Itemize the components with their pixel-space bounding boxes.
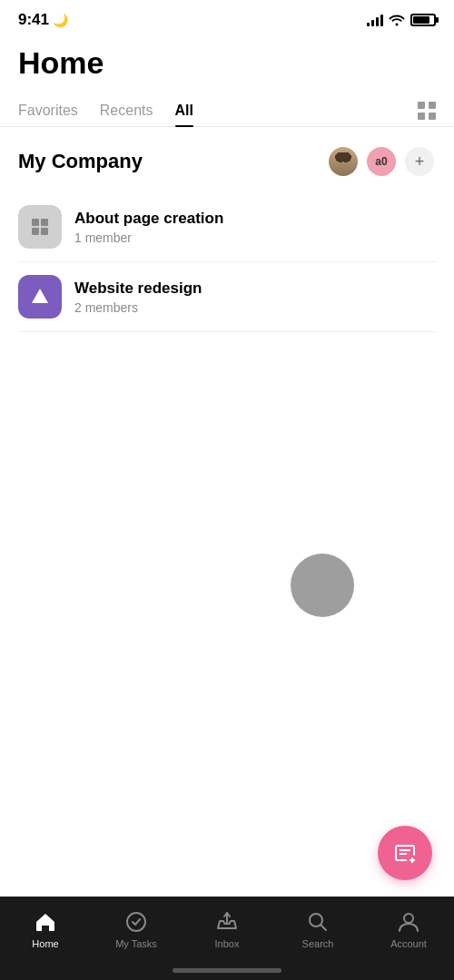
nav-item-inbox[interactable]: Inbox bbox=[191, 906, 263, 953]
nav-label-search: Search bbox=[302, 938, 334, 949]
tab-favorites[interactable]: Favorites bbox=[18, 95, 78, 126]
status-bar: 9:41 🌙 bbox=[0, 0, 454, 36]
svg-marker-4 bbox=[32, 289, 48, 303]
project-icon-about bbox=[18, 205, 62, 249]
nav-label-home: Home bbox=[32, 938, 58, 949]
company-members: a0 + bbox=[327, 145, 436, 178]
svg-rect-3 bbox=[41, 228, 48, 235]
battery-icon bbox=[410, 14, 436, 26]
project-members-count: 1 member bbox=[74, 230, 436, 245]
nav-item-home[interactable]: Home bbox=[9, 906, 82, 953]
member-avatar-photo bbox=[327, 145, 360, 178]
wifi-icon bbox=[389, 14, 405, 26]
main-content: My Company a0 + About p bbox=[0, 127, 454, 332]
tab-all[interactable]: All bbox=[175, 95, 193, 126]
tasks-icon bbox=[123, 909, 149, 935]
project-icon-website bbox=[18, 275, 62, 318]
status-time: 9:41 bbox=[18, 11, 49, 29]
tabs-bar: Favorites Recents All bbox=[0, 95, 454, 127]
decoration-circle bbox=[291, 554, 354, 617]
nav-items: Home My Tasks Inbox bbox=[0, 906, 454, 953]
tab-recents[interactable]: Recents bbox=[100, 95, 153, 126]
project-item[interactable]: Website redesign 2 members bbox=[18, 262, 436, 332]
project-members-count: 2 members bbox=[74, 300, 436, 315]
create-task-fab[interactable] bbox=[378, 826, 432, 880]
home-icon bbox=[33, 909, 58, 935]
signal-icon bbox=[367, 14, 383, 26]
nav-label-inbox: Inbox bbox=[215, 938, 240, 949]
home-indicator bbox=[173, 968, 281, 973]
project-info-about: About page creation 1 member bbox=[74, 210, 436, 245]
svg-rect-1 bbox=[41, 219, 48, 226]
project-info-website: Website redesign 2 members bbox=[74, 279, 436, 315]
svg-point-11 bbox=[127, 913, 145, 931]
company-name: My Company bbox=[18, 150, 143, 173]
nav-label-account: Account bbox=[390, 938, 427, 949]
project-list: About page creation 1 member Website red… bbox=[18, 192, 436, 332]
search-icon bbox=[305, 909, 331, 935]
project-name: About page creation bbox=[74, 210, 436, 228]
bottom-nav: Home My Tasks Inbox bbox=[0, 897, 454, 980]
svg-point-14 bbox=[404, 914, 413, 923]
project-item[interactable]: About page creation 1 member bbox=[18, 192, 436, 262]
nav-label-mytasks: My Tasks bbox=[115, 938, 157, 949]
project-name: Website redesign bbox=[74, 279, 436, 298]
add-member-button[interactable]: + bbox=[403, 145, 436, 178]
member-avatar-placeholder: a0 bbox=[365, 145, 398, 178]
svg-rect-0 bbox=[32, 219, 39, 226]
nav-item-mytasks[interactable]: My Tasks bbox=[100, 906, 173, 953]
header: Home bbox=[0, 36, 454, 81]
nav-item-search[interactable]: Search bbox=[281, 906, 354, 953]
account-icon bbox=[396, 909, 421, 935]
moon-icon: 🌙 bbox=[53, 13, 68, 27]
status-icons bbox=[367, 14, 436, 26]
fab-icon bbox=[392, 840, 418, 866]
grid-view-icon[interactable] bbox=[418, 102, 436, 120]
company-header: My Company a0 + bbox=[18, 145, 436, 178]
svg-line-13 bbox=[321, 926, 327, 931]
svg-rect-2 bbox=[32, 228, 39, 235]
page-title: Home bbox=[18, 45, 436, 81]
nav-item-account[interactable]: Account bbox=[372, 906, 445, 953]
inbox-icon bbox=[214, 909, 240, 935]
